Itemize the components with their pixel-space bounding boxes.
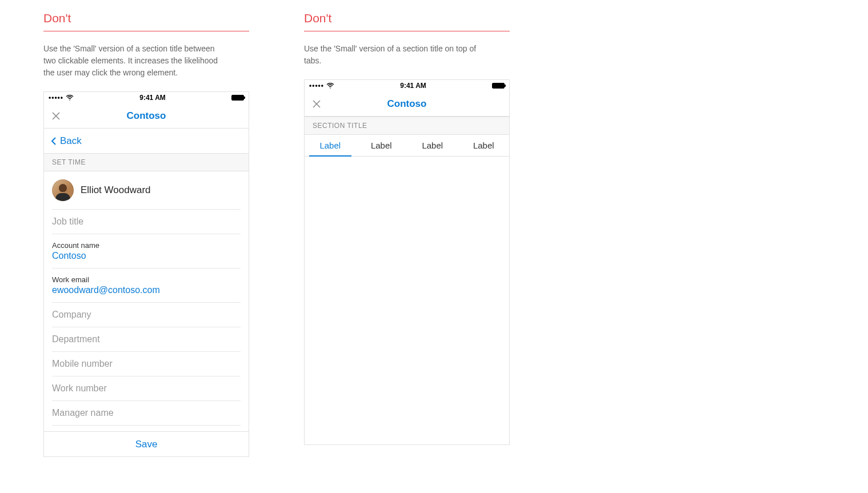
signal-dots: ••••• bbox=[49, 94, 63, 102]
account-name-value: Contoso bbox=[52, 251, 241, 261]
work-number-placeholder: Work number bbox=[52, 383, 241, 394]
contact-header[interactable]: Elliot Woodward bbox=[44, 171, 249, 209]
signal-dots: ••••• bbox=[309, 82, 324, 90]
phone-mockup: ••••• 9:41 AM Contoso bbox=[43, 91, 249, 457]
form-scroll: Elliot Woodward Job title Account name C… bbox=[44, 171, 249, 431]
tabs: Label Label Label Label bbox=[305, 135, 509, 157]
svg-point-0 bbox=[69, 99, 70, 101]
work-number-field[interactable]: Work number bbox=[52, 376, 241, 400]
work-email-label: Work email bbox=[52, 275, 241, 284]
contact-name: Elliot Woodward bbox=[81, 185, 151, 196]
job-title-placeholder: Job title bbox=[52, 217, 241, 227]
avatar bbox=[52, 179, 74, 201]
back-label: Back bbox=[60, 135, 82, 147]
battery-icon bbox=[492, 83, 505, 89]
close-icon[interactable] bbox=[311, 99, 322, 109]
wifi-icon bbox=[66, 95, 74, 101]
account-name-label: Account name bbox=[52, 241, 241, 250]
caption-text: Use the 'Small' version of a section tit… bbox=[304, 43, 487, 67]
manager-name-field[interactable]: Manager name bbox=[52, 400, 241, 425]
nav-bar: Contoso bbox=[44, 103, 249, 129]
tab-1[interactable]: Label bbox=[356, 135, 407, 156]
account-name-field[interactable]: Account name Contoso bbox=[52, 234, 241, 268]
nav-bar: Contoso bbox=[305, 91, 509, 117]
job-title-field[interactable]: Job title bbox=[52, 209, 241, 234]
save-button[interactable]: Save bbox=[44, 431, 249, 456]
battery-icon bbox=[231, 95, 244, 101]
nav-title: Contoso bbox=[305, 98, 509, 110]
wifi-icon bbox=[326, 83, 334, 89]
status-time: 9:41 AM bbox=[139, 94, 166, 102]
status-bar: ••••• 9:41 AM bbox=[44, 92, 249, 103]
dont-heading: Don't bbox=[43, 11, 249, 31]
section-title: SET TIME bbox=[44, 154, 249, 171]
company-placeholder: Company bbox=[52, 310, 241, 320]
caption-text: Use the 'Small' version of a section tit… bbox=[43, 43, 226, 79]
manager-number-field[interactable]: Manager number bbox=[52, 425, 241, 431]
empty-content bbox=[305, 157, 509, 444]
tab-2[interactable]: Label bbox=[407, 135, 458, 156]
nav-title: Contoso bbox=[44, 110, 249, 122]
work-email-value: ewoodward@contoso.com bbox=[52, 285, 241, 295]
department-field[interactable]: Department bbox=[52, 327, 241, 351]
department-placeholder: Department bbox=[52, 334, 241, 344]
status-time: 9:41 AM bbox=[400, 82, 426, 90]
example-a: Don't Use the 'Small' version of a secti… bbox=[43, 11, 249, 457]
manager-name-placeholder: Manager name bbox=[52, 408, 241, 418]
mobile-number-placeholder: Mobile number bbox=[52, 359, 241, 369]
dont-heading: Don't bbox=[304, 11, 510, 31]
chevron-left-icon bbox=[51, 137, 57, 146]
tab-0[interactable]: Label bbox=[305, 135, 356, 156]
tab-3[interactable]: Label bbox=[458, 135, 510, 156]
back-button[interactable]: Back bbox=[44, 129, 249, 154]
work-email-field[interactable]: Work email ewoodward@contoso.com bbox=[52, 268, 241, 302]
status-bar: ••••• 9:41 AM bbox=[305, 80, 509, 91]
svg-point-1 bbox=[330, 87, 331, 89]
example-b: Don't Use the 'Small' version of a secti… bbox=[304, 11, 510, 457]
save-label: Save bbox=[135, 439, 158, 450]
close-icon[interactable] bbox=[51, 111, 61, 121]
mobile-number-field[interactable]: Mobile number bbox=[52, 351, 241, 376]
phone-mockup: ••••• 9:41 AM Contoso SECTION TITLE L bbox=[304, 79, 510, 445]
section-title: SECTION TITLE bbox=[305, 117, 509, 135]
company-field[interactable]: Company bbox=[52, 302, 241, 327]
